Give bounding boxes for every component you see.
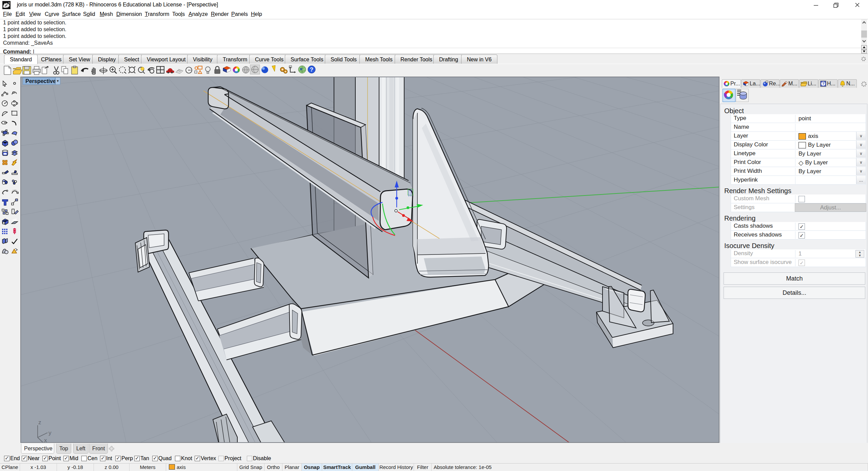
svg-text:y: y — [48, 430, 52, 436]
svg-text:?: ? — [310, 66, 313, 73]
svg-text:6: 6 — [8, 1, 10, 4]
svg-text:z: z — [38, 419, 41, 426]
svg-text:?: ? — [822, 82, 825, 86]
svg-text:x: x — [44, 437, 47, 443]
